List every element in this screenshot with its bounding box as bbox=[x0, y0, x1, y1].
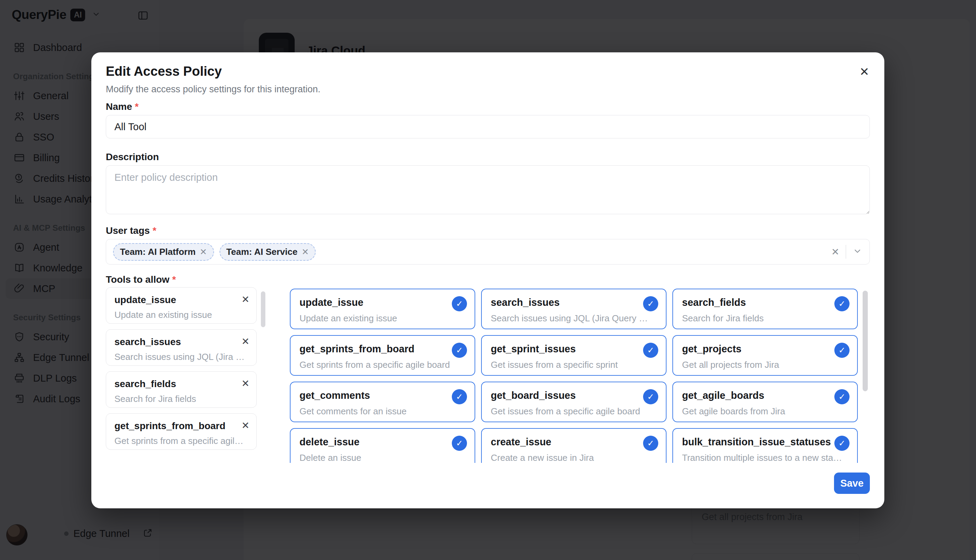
name-input[interactable] bbox=[106, 115, 870, 138]
tool-title: delete_issue bbox=[299, 437, 466, 448]
divider bbox=[846, 245, 846, 258]
tag-chip-label: Team: AI Service bbox=[226, 247, 298, 257]
tool-card[interactable]: create_issue Create a new issue in Jira … bbox=[481, 428, 667, 463]
tool-card[interactable]: delete_issue Delete an issue ✓ bbox=[290, 428, 475, 463]
tool-description: Search issues using JQL (Jira Query Lang… bbox=[491, 313, 653, 324]
tool-card[interactable]: search_issues Search issues using JQL (J… bbox=[481, 288, 667, 329]
selected-check-icon: ✓ bbox=[834, 343, 849, 358]
selected-check-icon: ✓ bbox=[643, 343, 658, 358]
tool-card[interactable]: get_sprint_issues Get issues from a spec… bbox=[481, 335, 667, 376]
tags-field-controls: ✕ bbox=[831, 245, 862, 258]
tool-description: Search for Jira fields bbox=[682, 313, 844, 324]
tool-card[interactable]: get_agile_boards Get agile boards from J… bbox=[672, 382, 858, 422]
tag-chip[interactable]: Team: AI Platform ✕ bbox=[113, 243, 214, 261]
remove-tool-icon[interactable]: ✕ bbox=[242, 378, 249, 389]
selected-check-icon: ✓ bbox=[452, 296, 467, 311]
tool-description: Get comments for an issue bbox=[299, 406, 461, 417]
remove-tag-icon[interactable]: ✕ bbox=[302, 247, 309, 257]
tool-title: search_fields bbox=[114, 378, 228, 390]
tool-title: get_sprints_from_board bbox=[114, 420, 228, 432]
required-marker: * bbox=[153, 225, 157, 236]
tools-grid-scrollbar[interactable] bbox=[862, 291, 868, 391]
tool-card[interactable]: bulk_transition_issue_statuses Transitio… bbox=[672, 428, 858, 463]
tool-description: Get issues from a specific sprint bbox=[491, 360, 653, 370]
tag-chip[interactable]: Team: AI Service ✕ bbox=[219, 243, 316, 261]
tool-title: update_issue bbox=[114, 295, 228, 305]
tool-description: Get sprints from a specific agile board bbox=[114, 436, 248, 447]
tool-description: Delete an issue bbox=[299, 453, 461, 463]
remove-tool-icon[interactable]: ✕ bbox=[242, 294, 249, 305]
tool-description: Transition multiple issues to a new stat… bbox=[682, 453, 844, 463]
tool-title: create_issue bbox=[491, 437, 657, 448]
selected-tools-scrollbar[interactable] bbox=[261, 292, 266, 327]
close-icon[interactable]: ✕ bbox=[856, 63, 873, 81]
selected-check-icon: ✓ bbox=[452, 436, 467, 451]
description-textarea[interactable] bbox=[106, 165, 870, 214]
available-tools-grid: update_issue Update an existing issue ✓ … bbox=[290, 288, 859, 463]
tool-title: get_board_issues bbox=[491, 390, 657, 401]
tool-description: Search issues using JQL (Jira Query Lang… bbox=[114, 352, 248, 362]
tool-card[interactable]: search_fields Search for Jira fields ✓ bbox=[672, 288, 858, 329]
tool-description: Create a new issue in Jira bbox=[491, 453, 653, 463]
required-marker: * bbox=[135, 101, 139, 112]
tool-card[interactable]: get_projects Get all projects from Jira … bbox=[672, 335, 858, 376]
name-label: Name* bbox=[106, 101, 139, 112]
tool-description: Get all projects from Jira bbox=[682, 360, 844, 370]
clear-tags-icon[interactable]: ✕ bbox=[831, 246, 839, 258]
selected-check-icon: ✓ bbox=[643, 436, 658, 451]
remove-tool-icon[interactable]: ✕ bbox=[242, 336, 249, 347]
tool-description: Get issues from a specific agile board bbox=[491, 406, 653, 417]
save-button[interactable]: Save bbox=[834, 473, 870, 494]
selected-check-icon: ✓ bbox=[452, 389, 467, 404]
tool-description: Search for Jira fields bbox=[114, 393, 248, 404]
user-tags-label: User tags* bbox=[106, 225, 157, 236]
tool-title: search_fields bbox=[682, 297, 848, 308]
tool-title: search_issues bbox=[114, 337, 228, 348]
required-marker: * bbox=[172, 274, 176, 285]
user-tags-select[interactable]: Team: AI Platform ✕ Team: AI Service ✕ ✕ bbox=[106, 239, 870, 265]
tool-title: get_sprint_issues bbox=[491, 343, 657, 355]
selected-check-icon: ✓ bbox=[452, 343, 467, 358]
selected-tool-card: get_sprints_from_board Get sprints from … bbox=[106, 413, 257, 450]
remove-tag-icon[interactable]: ✕ bbox=[200, 247, 207, 257]
tool-description: Get sprints from a specific agile board bbox=[299, 360, 461, 370]
tag-chip-label: Team: AI Platform bbox=[120, 247, 196, 257]
tool-card[interactable]: get_comments Get comments for an issue ✓ bbox=[290, 382, 475, 422]
tool-card[interactable]: update_issue Update an existing issue ✓ bbox=[290, 288, 475, 329]
tool-card[interactable]: get_sprints_from_board Get sprints from … bbox=[290, 335, 475, 376]
modal-subtitle: Modify the access policy settings for th… bbox=[106, 84, 321, 95]
selected-tool-card: search_fields Search for Jira fields ✕ bbox=[106, 371, 257, 408]
tool-title: search_issues bbox=[491, 297, 657, 308]
tool-title: get_sprints_from_board bbox=[299, 343, 466, 355]
description-label: Description bbox=[106, 152, 159, 163]
selected-check-icon: ✓ bbox=[834, 296, 849, 311]
selected-check-icon: ✓ bbox=[834, 436, 849, 451]
selected-tools-list: update_issue Update an existing issue ✕ … bbox=[106, 287, 257, 462]
tool-description: Update an existing issue bbox=[114, 310, 248, 320]
chevron-down-icon[interactable] bbox=[852, 246, 862, 258]
tool-title: get_comments bbox=[299, 390, 466, 401]
selected-tool-card: search_issues Search issues using JQL (J… bbox=[106, 329, 257, 366]
selected-check-icon: ✓ bbox=[643, 389, 658, 404]
tool-description: Update an existing issue bbox=[299, 313, 461, 324]
tool-title: bulk_transition_issue_statuses bbox=[682, 437, 848, 448]
tool-title: update_issue bbox=[299, 297, 466, 308]
remove-tool-icon[interactable]: ✕ bbox=[242, 420, 249, 431]
selected-tool-card: update_issue Update an existing issue ✕ bbox=[106, 287, 257, 324]
modal-title: Edit Access Policy bbox=[106, 64, 222, 79]
tag-chip-list: Team: AI Platform ✕ Team: AI Service ✕ bbox=[113, 243, 321, 261]
selected-check-icon: ✓ bbox=[643, 296, 658, 311]
tool-title: get_agile_boards bbox=[682, 390, 848, 401]
tool-title: get_projects bbox=[682, 343, 848, 355]
tool-card[interactable]: get_board_issues Get issues from a speci… bbox=[481, 382, 667, 422]
tool-description: Get agile boards from Jira bbox=[682, 406, 844, 417]
selected-check-icon: ✓ bbox=[834, 389, 849, 404]
edit-access-policy-modal: Edit Access Policy Modify the access pol… bbox=[91, 52, 884, 508]
tools-to-allow-label: Tools to allow* bbox=[106, 274, 176, 285]
